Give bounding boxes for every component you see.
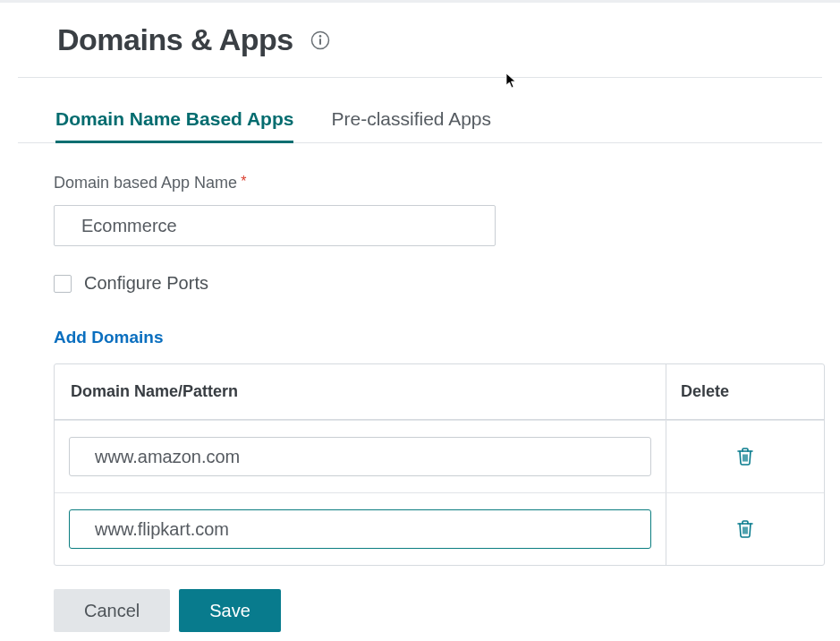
configure-ports-label: Configure Ports bbox=[84, 273, 208, 294]
domain-cell bbox=[55, 493, 666, 565]
tab-domain-name-based-apps[interactable]: Domain Name Based Apps bbox=[55, 108, 293, 143]
delete-button-0[interactable] bbox=[736, 447, 754, 466]
configure-ports-checkbox[interactable] bbox=[54, 275, 72, 293]
trash-icon bbox=[736, 447, 754, 466]
trash-icon bbox=[736, 519, 754, 539]
configure-ports-row: Configure Ports bbox=[54, 273, 822, 294]
domain-input-0[interactable] bbox=[69, 437, 651, 476]
info-icon[interactable] bbox=[310, 30, 331, 51]
domains-table: Domain Name/Pattern Delete bbox=[54, 363, 825, 566]
save-button[interactable]: Save bbox=[179, 589, 281, 632]
tabs: Domain Name Based Apps Pre-classified Ap… bbox=[18, 78, 822, 143]
domains-table-header: Domain Name/Pattern Delete bbox=[55, 364, 824, 420]
form-area: Domain based App Name* Configure Ports A… bbox=[0, 143, 840, 632]
col-header-domain-name: Domain Name/Pattern bbox=[55, 364, 666, 419]
required-asterisk: * bbox=[241, 174, 246, 189]
delete-button-1[interactable] bbox=[736, 519, 754, 539]
delete-cell bbox=[666, 421, 824, 492]
app-name-input[interactable] bbox=[54, 205, 496, 246]
delete-cell bbox=[666, 493, 824, 565]
domain-input-1[interactable] bbox=[69, 509, 651, 549]
col-header-delete: Delete bbox=[666, 364, 824, 419]
table-row bbox=[55, 420, 824, 492]
svg-point-1 bbox=[318, 35, 321, 38]
cancel-button[interactable]: Cancel bbox=[54, 589, 170, 632]
app-name-label-text: Domain based App Name bbox=[54, 174, 237, 192]
actions-row: Cancel Save bbox=[54, 589, 822, 632]
table-row bbox=[55, 492, 824, 565]
add-domains-link[interactable]: Add Domains bbox=[54, 328, 163, 347]
app-name-label: Domain based App Name* bbox=[54, 174, 822, 192]
page-root: Domains & Apps Domain Name Based Apps Pr… bbox=[0, 3, 840, 632]
page-title: Domains & Apps bbox=[57, 22, 293, 57]
domain-cell bbox=[55, 421, 666, 492]
page-header: Domains & Apps bbox=[18, 3, 822, 78]
svg-rect-2 bbox=[319, 38, 321, 45]
tab-pre-classified-apps[interactable]: Pre-classified Apps bbox=[331, 108, 491, 142]
